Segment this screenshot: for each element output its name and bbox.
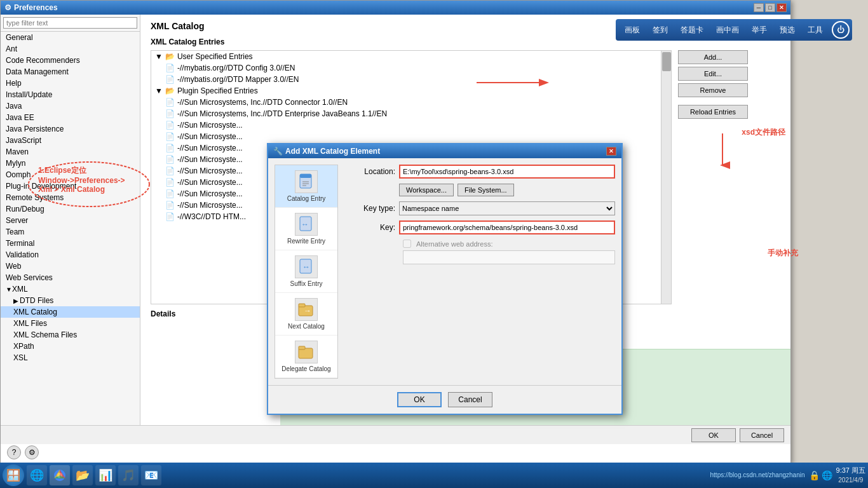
tree-item-sun4[interactable]: 📄-//Sun Microsyste... <box>161 131 671 142</box>
sidebar-item-validation[interactable]: Validation <box>1 249 140 261</box>
sidebar-item-xsl[interactable]: XSL <box>1 352 140 363</box>
sidebar-item-web[interactable]: Web <box>1 261 140 272</box>
taskbar-app-email[interactable]: 📧 <box>141 465 161 485</box>
sidebar-item-xml-catalog[interactable]: XML Catalog <box>1 306 140 318</box>
minimize-btn[interactable]: ─ <box>754 3 764 12</box>
reload-entries-button[interactable]: Reload Entries <box>678 105 748 119</box>
modal-sidebar-next-catalog[interactable]: → Next Catalog <box>275 293 337 336</box>
tree-item-connector[interactable]: 📄 -//Sun Microsystems, Inc.//DTD Connect… <box>161 97 671 108</box>
catalog-entry-icon <box>295 170 318 193</box>
tree-group-user[interactable]: ▼ 📂 User Specified Entries <box>151 51 671 62</box>
search-input[interactable] <box>3 17 137 29</box>
alt-web-checkbox-row: Alternative web address: <box>344 240 615 264</box>
doc-icon: 📄 <box>165 109 175 118</box>
user-entries-group: 📄 -//mybatis.org//DTD Config 3.0//EN 📄 -… <box>151 62 671 85</box>
sidebar-item-maven[interactable]: Maven <box>1 146 140 158</box>
suffix-entry-label: Suffix Entry <box>290 280 323 287</box>
sidebar-item-help[interactable]: Help <box>1 78 140 89</box>
sidebar-item-xml-files[interactable]: XML Files <box>1 318 140 329</box>
taskbar-right: https://blog.csdn.net/zhangzhanin 🔒 🌐 9:… <box>710 466 865 484</box>
sidebar-item-xml-schema-files[interactable]: XML Schema Files <box>1 329 140 341</box>
svg-text:↔: ↔ <box>301 220 309 229</box>
key-type-select[interactable]: Namespace name Public ID System ID URI <box>399 201 615 215</box>
key-input[interactable] <box>399 220 615 234</box>
cn-btn-yuxuan[interactable]: 预选 <box>773 22 801 38</box>
sidebar-item-code-recommenders[interactable]: Code Recommenders <box>1 55 140 66</box>
location-label: Location: <box>344 167 395 176</box>
sidebar-item-oomph[interactable]: Oomph <box>1 169 140 180</box>
modal-close-button[interactable]: ✕ <box>606 147 616 156</box>
modal-sidebar-delegate-catalog[interactable]: Delegate Catalog <box>275 336 337 378</box>
doc-icon: 📄 <box>165 178 175 187</box>
cn-btn-huaban[interactable]: 画板 <box>618 22 646 38</box>
cn-btn-gongju[interactable]: 工具 <box>801 22 829 38</box>
collapse-icon: ▼ <box>155 86 163 95</box>
main-cancel-button[interactable]: Cancel <box>740 428 784 442</box>
location-row: Location: <box>344 165 615 179</box>
sidebar-item-xml[interactable]: ▼XML <box>1 283 140 295</box>
sidebar-item-data-management[interactable]: Data Management <box>1 66 140 78</box>
cn-power-button[interactable]: ⏻ <box>832 21 850 39</box>
modal-cancel-button[interactable]: Cancel <box>448 392 492 407</box>
sidebar-item-server[interactable]: Server <box>1 215 140 226</box>
search-box <box>1 15 140 32</box>
sidebar-item-java[interactable]: Java <box>1 100 140 112</box>
window-title: Preferences <box>14 3 58 12</box>
sidebar-item-general[interactable]: General <box>1 32 140 43</box>
doc-icon: 📄 <box>165 166 175 175</box>
tree-group-plugin[interactable]: ▼ 📂 Plugin Specified Entries <box>151 85 671 97</box>
sidebar-item-team[interactable]: Team <box>1 226 140 238</box>
svg-text:↔: ↔ <box>302 262 310 271</box>
alt-web-input[interactable] <box>403 250 615 264</box>
close-btn[interactable]: ✕ <box>776 3 787 12</box>
sidebar-item-java-ee[interactable]: Java EE <box>1 112 140 123</box>
cn-btn-huazhonghua[interactable]: 画中画 <box>710 22 745 38</box>
taskbar-app-folder[interactable]: 📂 <box>72 465 93 485</box>
modal-sidebar-catalog-entry[interactable]: Catalog Entry <box>275 165 337 208</box>
delegate-catalog-label: Delegate Catalog <box>281 365 330 372</box>
sidebar-item-javascript[interactable]: JavaScript <box>1 135 140 146</box>
tree-item-mybatis-mapper[interactable]: 📄 -//mybatis.org//DTD Mapper 3.0//EN <box>161 74 671 85</box>
modal-ok-button[interactable]: OK <box>397 392 442 407</box>
sidebar: General Ant Code Recommenders Data Manag… <box>1 15 140 425</box>
settings-button[interactable]: ⚙ <box>25 445 39 459</box>
help-button[interactable]: ? <box>7 445 21 459</box>
sidebar-item-install-update[interactable]: Install/Update <box>1 89 140 100</box>
location-input[interactable] <box>399 165 615 179</box>
start-button[interactable]: 🪟 <box>3 464 24 486</box>
svg-rect-16 <box>299 346 305 349</box>
doc-icon: 📄 <box>165 201 175 210</box>
clock: 9:37 周五 2021/4/9 <box>836 466 865 484</box>
modal-sidebar-rewrite-entry[interactable]: ↔ Rewrite Entry <box>275 208 337 250</box>
file-system-button[interactable]: File System... <box>458 184 514 196</box>
add-button[interactable]: Add... <box>678 50 748 64</box>
main-ok-button[interactable]: OK <box>691 428 736 442</box>
sidebar-item-ant[interactable]: Ant <box>1 43 140 55</box>
taskbar-app-chrome[interactable] <box>50 465 70 485</box>
modal-sidebar-suffix-entry[interactable]: ↔ Suffix Entry <box>275 250 337 293</box>
alt-web-checkbox[interactable] <box>403 240 411 248</box>
taskbar-app-media[interactable]: 🎵 <box>118 465 139 485</box>
cn-btn-datika[interactable]: 答题卡 <box>674 22 710 38</box>
workspace-button[interactable]: Workspace... <box>399 184 454 196</box>
sidebar-item-web-services[interactable]: Web Services <box>1 272 140 283</box>
taskbar-app-task-manager[interactable]: 📊 <box>95 465 116 485</box>
tree-item-mybatis-config[interactable]: 📄 -//mybatis.org//DTD Config 3.0//EN <box>161 62 671 74</box>
remove-button[interactable]: Remove <box>678 83 748 97</box>
tree-item-ejb[interactable]: 📄 -//Sun Microsystems, Inc.//DTD Enterpr… <box>161 108 671 119</box>
edit-button[interactable]: Edit... <box>678 67 748 81</box>
sidebar-item-terminal[interactable]: Terminal <box>1 238 140 249</box>
taskbar-app-browser[interactable]: 🌐 <box>27 465 47 485</box>
cn-btn-jushou[interactable]: 举手 <box>745 22 773 38</box>
sidebar-item-run-debug[interactable]: Run/Debug <box>1 203 140 215</box>
sidebar-item-mylyn[interactable]: Mylyn <box>1 158 140 169</box>
sidebar-item-remote-systems[interactable]: Remote Systems <box>1 192 140 203</box>
sidebar-item-dtd-files[interactable]: ▶DTD Files <box>1 295 140 306</box>
catalog-entry-label: Catalog Entry <box>287 195 326 202</box>
cn-btn-qiandao[interactable]: 签到 <box>646 22 674 38</box>
sidebar-item-java-persistence[interactable]: Java Persistence <box>1 123 140 135</box>
sidebar-item-xpath[interactable]: XPath <box>1 341 140 352</box>
sidebar-item-plugin-dev[interactable]: Plug-in Development <box>1 180 140 192</box>
maximize-btn[interactable]: □ <box>765 3 775 12</box>
tree-item-sun3[interactable]: 📄-//Sun Microsyste... <box>161 119 671 131</box>
